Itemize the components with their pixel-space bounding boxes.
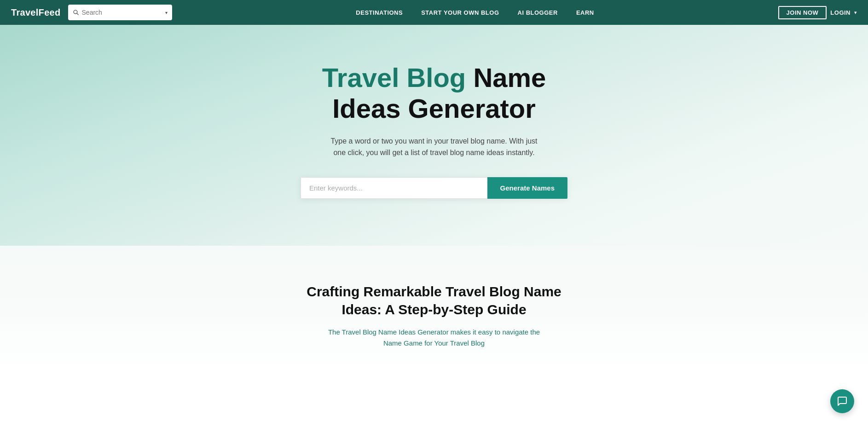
svg-point-0: [74, 10, 77, 14]
nav-link-ai-blogger[interactable]: AI BLOGGER: [518, 9, 558, 16]
navbar: TravelFeed ▾ DESTINATIONS START YOUR OWN…: [0, 0, 868, 25]
nav-links: DESTINATIONS START YOUR OWN BLOG AI BLOG…: [172, 9, 778, 16]
hero-title-highlight: Travel Blog: [322, 63, 466, 92]
hero-section: Travel Blog NameIdeas Generator Type a w…: [0, 25, 868, 246]
search-icon: [73, 9, 79, 16]
navbar-right: JOIN NOW LOGIN ▾: [778, 6, 857, 19]
hero-form: Generate Names: [301, 177, 567, 199]
content-section: Crafting Remarkable Travel Blog Name Ide…: [0, 246, 868, 376]
search-dropdown-arrow[interactable]: ▾: [165, 10, 168, 15]
hero-subtitle: Type a word or two you want in your trav…: [324, 135, 544, 159]
search-input[interactable]: [82, 9, 162, 16]
content-title: Crafting Remarkable Travel Blog Name Ide…: [296, 283, 572, 318]
chat-icon: [837, 396, 848, 407]
nav-link-start-blog[interactable]: START YOUR OWN BLOG: [421, 9, 499, 16]
nav-link-destinations[interactable]: DESTINATIONS: [356, 9, 403, 16]
nav-link-earn[interactable]: EARN: [576, 9, 594, 16]
login-dropdown-arrow[interactable]: ▾: [854, 10, 857, 16]
join-now-button[interactable]: JOIN NOW: [778, 6, 827, 19]
hero-title: Travel Blog NameIdeas Generator: [322, 63, 546, 124]
login-button[interactable]: LOGIN: [830, 9, 851, 16]
search-bar[interactable]: ▾: [68, 5, 172, 20]
keywords-input[interactable]: [301, 177, 487, 199]
svg-line-1: [77, 13, 79, 15]
generate-names-button[interactable]: Generate Names: [487, 177, 567, 199]
brand-logo[interactable]: TravelFeed: [11, 7, 61, 18]
content-subtitle: The Travel Blog Name Ideas Generator mak…: [319, 327, 549, 349]
chat-bubble-button[interactable]: [830, 389, 854, 413]
